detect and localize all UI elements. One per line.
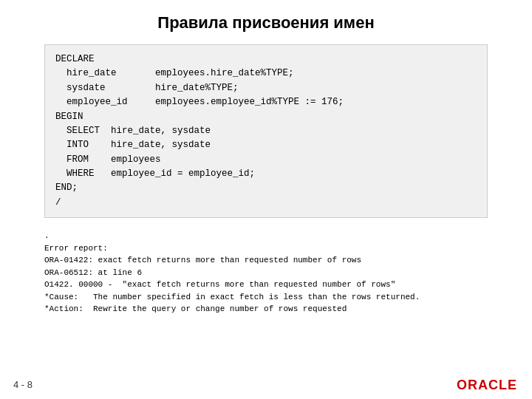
code-block: DECLARE hire_date employees.hire_date%TY… (44, 44, 488, 218)
oracle-logo: ORACLE (457, 378, 517, 393)
oracle-label: ORACLE (457, 378, 517, 393)
slide-container: Правила присвоения имен DECLARE hire_dat… (0, 0, 532, 399)
slide-title: Правила присвоения имен (0, 0, 532, 41)
slide-number: 4 - 8 (13, 379, 33, 390)
error-block: . Error report: ORA-01422: exact fetch r… (44, 230, 488, 316)
